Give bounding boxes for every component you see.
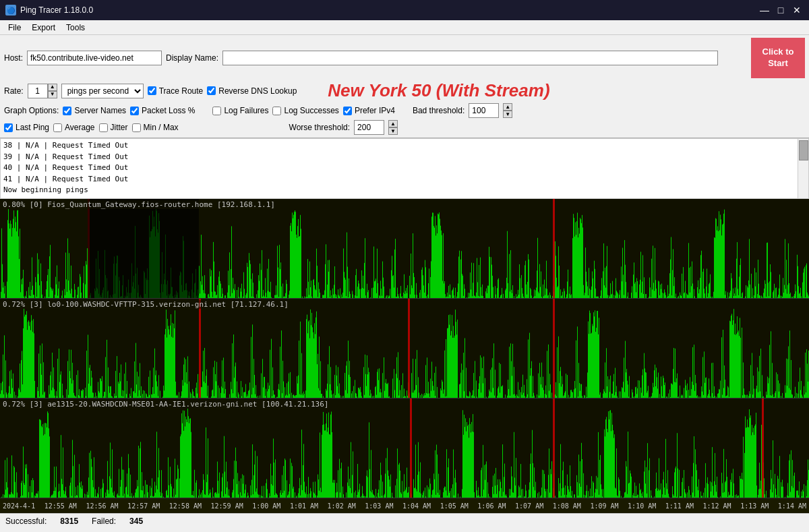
host-label: Host: <box>4 53 23 63</box>
failed-label: Failed: <box>92 516 116 526</box>
server-names-checkbox[interactable] <box>63 107 71 115</box>
time-label: 1:10 AM <box>628 502 656 510</box>
time-label: 1:02 AM <box>328 502 356 510</box>
log-line: 40 | N/A | Request Timed Out <box>3 162 806 174</box>
log-line: Now beginning pings <box>3 185 806 196</box>
packet-loss-checkbox[interactable] <box>130 107 139 115</box>
trace-route-checkbox[interactable] <box>148 86 156 95</box>
worse-threshold-input[interactable] <box>354 120 384 135</box>
chart-label-1: 0.80% [0] Fios_Quantum_Gateway.fios-rout… <box>3 200 275 209</box>
log-scrollbar-thumb[interactable] <box>799 140 808 160</box>
app-icon: 🔵 <box>5 5 16 16</box>
log-failures-label: Log Failures <box>224 106 268 115</box>
failed-value: 345 <box>129 516 143 526</box>
bad-threshold-label: Bad threshold: <box>413 106 465 115</box>
rate-input[interactable] <box>28 84 48 98</box>
display-name-label: Display Name: <box>166 53 218 63</box>
log-line: 38 | N/A | Request Timed Out <box>3 140 806 152</box>
average-label: Average <box>65 123 94 132</box>
reverse-dns-label: Reverse DNS Lookup <box>218 86 297 96</box>
chart-panel-2: 0.72% [3] lo0-100.WASHDC-VFTTP-315.veriz… <box>0 299 809 398</box>
trace-route-group: Trace Route <box>148 86 204 96</box>
chart-label-2: 0.72% [3] lo0-100.WASHDC-VFTTP-315.veriz… <box>3 300 289 309</box>
log-failures-checkbox[interactable] <box>212 107 221 115</box>
time-label: 1:08 AM <box>553 502 581 510</box>
rate-up[interactable]: ▲ <box>48 84 57 91</box>
prefer-ipv4-checkbox[interactable] <box>343 107 352 115</box>
menu-bar: File Export Tools <box>0 20 809 35</box>
jitter-checkbox[interactable] <box>99 123 108 132</box>
time-label: 12:59 AM <box>211 502 243 510</box>
time-label: 2024-4-1 <box>3 502 35 510</box>
time-label: 1:07 AM <box>515 502 543 510</box>
chart-canvas-3 <box>0 398 809 498</box>
close-button[interactable]: ✕ <box>790 3 804 17</box>
title-bar-controls: — □ ✕ <box>758 3 804 17</box>
time-label: 1:05 AM <box>440 502 469 510</box>
menu-export[interactable]: Export <box>26 22 61 34</box>
reverse-dns-checkbox[interactable] <box>207 86 216 95</box>
bad-threshold-up[interactable]: ▲ <box>503 103 512 111</box>
title-bar: 🔵 Ping Tracer 1.18.0.0 — □ ✕ <box>0 0 809 20</box>
time-label: 1:00 AM <box>252 502 280 510</box>
last-ping-checkbox[interactable] <box>4 123 13 132</box>
title-bar-left: 🔵 Ping Tracer 1.18.0.0 <box>5 5 93 16</box>
menu-file[interactable]: File <box>3 22 26 34</box>
min-max-label: Min / Max <box>144 123 179 132</box>
log-successes-label: Log Successes <box>284 106 338 115</box>
average-checkbox[interactable] <box>53 123 62 132</box>
menu-tools[interactable]: Tools <box>61 22 90 34</box>
time-label: 1:14 AM <box>778 502 806 510</box>
minimize-button[interactable]: — <box>758 3 771 17</box>
rate-unit-dropdown[interactable]: pings per secondRoute Trace <box>61 84 144 98</box>
last-ping-label: Last Ping <box>16 123 49 132</box>
log-successes-checkbox[interactable] <box>272 107 281 115</box>
time-label: 1:04 AM <box>402 502 431 510</box>
graph-options-label: Graph Options: <box>4 106 59 115</box>
successful-value: 8315 <box>60 516 78 526</box>
time-label: 1:09 AM <box>590 502 618 510</box>
app-title: Ping Tracer 1.18.0.0 <box>20 5 93 15</box>
time-label: 12:56 AM <box>86 502 118 510</box>
chart-canvas-1 <box>0 199 809 299</box>
time-label: 1:03 AM <box>365 502 393 510</box>
bad-threshold-down[interactable]: ▼ <box>503 111 512 118</box>
charts-container: 0.80% [0] Fios_Quantum_Gateway.fios-rout… <box>0 199 809 498</box>
prefer-ipv4-label: Prefer IPv4 <box>355 106 395 115</box>
time-label: 1:11 AM <box>665 502 694 510</box>
log-line: 39 | N/A | Request Timed Out <box>3 152 806 163</box>
reverse-dns-group: Reverse DNS Lookup <box>207 86 297 96</box>
host-input[interactable] <box>27 51 162 65</box>
time-label: 12:57 AM <box>127 502 160 510</box>
time-label: 1:12 AM <box>702 502 731 510</box>
chart-canvas-2 <box>0 299 809 398</box>
log-scrollbar[interactable] <box>798 139 808 198</box>
rate-label: Rate: <box>4 86 24 96</box>
log-line: 41 | N/A | Request Timed Out <box>3 174 806 185</box>
chart-panel-1: 0.80% [0] Fios_Quantum_Gateway.fios-rout… <box>0 199 809 299</box>
bad-threshold-input[interactable] <box>469 103 499 118</box>
jitter-label: Jitter <box>111 123 128 132</box>
maximize-button[interactable]: □ <box>774 3 787 17</box>
rate-down[interactable]: ▼ <box>48 91 57 98</box>
toolbar-row4: Last Ping Average Jitter Min / Max Worse… <box>4 120 805 135</box>
time-label: 1:13 AM <box>740 502 769 510</box>
trace-route-label: Trace Route <box>159 86 204 96</box>
rate-spinner: ▲ ▼ <box>28 84 57 98</box>
min-max-checkbox[interactable] <box>132 123 141 132</box>
worse-threshold-up[interactable]: ▲ <box>388 120 398 127</box>
server-names-label: Server Names <box>74 106 126 115</box>
time-label: 1:06 AM <box>477 502 506 510</box>
time-label: 12:58 AM <box>169 502 202 510</box>
chart-label-3: 0.72% [3] ae1315-20.WASHDCDN-MSE01-AA-IE… <box>3 400 328 409</box>
worse-threshold-label: Worse threshold: <box>289 123 351 132</box>
start-button[interactable]: Click toStart <box>751 38 805 78</box>
status-bar: Successful: 8315 Failed: 345 <box>0 513 809 528</box>
worse-threshold-down[interactable]: ▼ <box>388 127 398 135</box>
display-name-input[interactable] <box>222 51 718 65</box>
log-area[interactable]: 38 | N/A | Request Timed Out39 | N/A | R… <box>0 138 809 199</box>
time-labels: 2024-4-112:55 AM12:56 AM12:57 AM12:58 AM… <box>0 502 809 510</box>
toolbar-row3: Graph Options: Server Names Packet Loss … <box>4 103 805 118</box>
time-label: 12:55 AM <box>44 502 77 510</box>
chart-panel-3: 0.72% [3] ae1315-20.WASHDCDN-MSE01-AA-IE… <box>0 398 809 498</box>
